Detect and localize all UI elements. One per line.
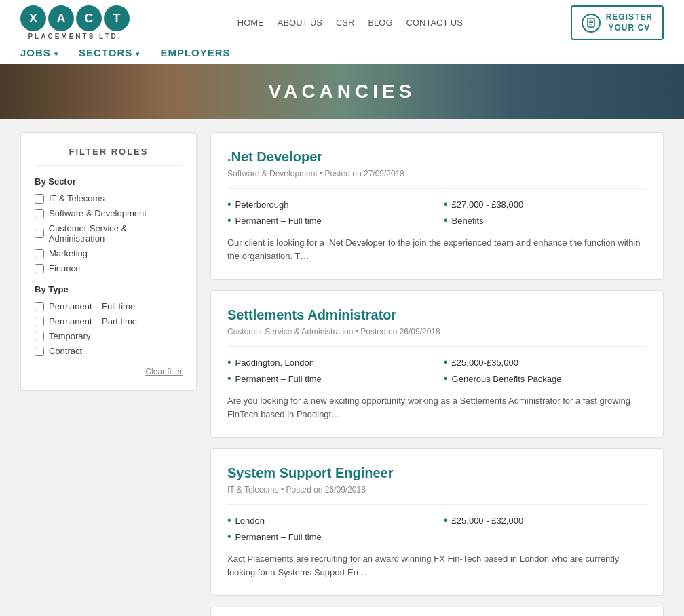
filter-software[interactable]: Software & Development	[35, 208, 183, 218]
job-meta-3: IT & Telecoms • Posted on 26/09/2018	[227, 485, 647, 505]
header-bottom-nav: JOBS ▾ SECTORS ▾ EMPLOYERS	[20, 43, 664, 64]
type-filter-group: By Type Permanent – Full time Permanent …	[35, 284, 183, 356]
hero-title: VACANCIES	[269, 81, 416, 102]
sector-label: By Sector	[35, 176, 183, 187]
logo-t: T	[104, 5, 130, 31]
filter-title: FILTER ROLES	[35, 147, 183, 166]
nav-contact[interactable]: CONTACT US	[406, 18, 463, 28]
job-card-4: Senior Systems Engineer (Linux) – Perman…	[210, 607, 664, 616]
job-meta-1: Software & Development • Posted on 27/09…	[227, 169, 647, 189]
nav-blog[interactable]: BLOG	[368, 18, 392, 28]
nav-home[interactable]: HOME	[238, 18, 264, 28]
sidebar: FILTER ROLES By Sector IT & Telecoms Sof…	[20, 132, 197, 391]
clear-filter-link[interactable]: Clear filter	[35, 367, 183, 377]
job-type-1: Permanent – Full time	[227, 214, 430, 227]
job-benefit-2: Generous Benefits Package	[444, 372, 647, 385]
job-desc-3: Xact Placements are recruiting for an aw…	[227, 552, 647, 579]
nav-sectors[interactable]: SECTORS ▾	[79, 47, 140, 58]
job-details-3: London £25,000 - £32,000 Permanent – Ful…	[227, 514, 647, 543]
checkbox-temporary[interactable]	[35, 332, 44, 341]
filter-marketing[interactable]: Marketing	[35, 248, 183, 258]
job-type-2: Permanent – Full time	[227, 372, 430, 385]
job-meta-2: Customer Service & Administration • Post…	[227, 327, 647, 347]
job-card-2: Settlements Administrator Customer Servi…	[210, 290, 664, 438]
label-it-telecoms[interactable]: IT & Telecoms	[49, 193, 104, 204]
filter-perm-part[interactable]: Permanent – Part time	[35, 316, 183, 326]
label-customer-service[interactable]: Customer Service & Administration	[49, 223, 183, 244]
job-title-2[interactable]: Settlements Administrator	[227, 307, 647, 323]
label-perm-full[interactable]: Permanent – Full time	[49, 301, 135, 311]
job-location-2: Paddington, London	[227, 356, 430, 368]
filter-temporary[interactable]: Temporary	[35, 331, 183, 341]
label-contract[interactable]: Contract	[49, 346, 82, 356]
checkbox-finance[interactable]	[35, 264, 44, 273]
job-card-3: System Support Engineer IT & Telecoms • …	[210, 448, 664, 596]
header-top: X A C T PLACEMENTS LTD. HOME ABOUT US CS…	[20, 0, 664, 43]
label-marketing[interactable]: Marketing	[49, 248, 88, 258]
logo-a: A	[48, 5, 74, 31]
job-desc-2: Are you looking for a new exciting oppor…	[227, 394, 647, 421]
job-type-3: Permanent – Full time	[227, 531, 430, 543]
filter-perm-full[interactable]: Permanent – Full time	[35, 301, 183, 311]
checkbox-software[interactable]	[35, 209, 44, 218]
main-content: FILTER ROLES By Sector IT & Telecoms Sof…	[0, 119, 684, 616]
checkbox-perm-full[interactable]	[35, 302, 44, 311]
nav-employers[interactable]: EMPLOYERS	[160, 47, 230, 58]
label-finance[interactable]: Finance	[49, 263, 80, 273]
job-details-2: Paddington, London £25,000-£35,000 Perma…	[227, 356, 647, 385]
filter-contract[interactable]: Contract	[35, 346, 183, 356]
checkbox-perm-part[interactable]	[35, 317, 44, 326]
filter-it-telecoms[interactable]: IT & Telecoms	[35, 193, 183, 204]
checkbox-customer-service[interactable]	[35, 229, 44, 238]
label-temporary[interactable]: Temporary	[49, 331, 90, 341]
logo[interactable]: X A C T PLACEMENTS LTD.	[20, 5, 130, 40]
job-location-1: Peterborough	[227, 198, 430, 210]
logo-c: C	[76, 5, 102, 31]
checkbox-it-telecoms[interactable]	[35, 194, 44, 204]
checkbox-contract[interactable]	[35, 347, 44, 356]
job-salary-3: £25,000 - £32,000	[444, 514, 647, 526]
job-title-1[interactable]: .Net Developer	[227, 149, 647, 165]
logo-x: X	[20, 5, 46, 31]
hero-banner: VACANCIES	[0, 64, 684, 119]
job-listings: .Net Developer Software & Development • …	[210, 132, 664, 616]
job-desc-1: Our client is looking for a .Net Develop…	[227, 236, 647, 263]
job-location-3: London	[227, 514, 430, 526]
jobs-arrow: ▾	[54, 50, 58, 58]
cv-icon	[582, 14, 601, 33]
top-nav: HOME ABOUT US CSR BLOG CONTACT US	[238, 18, 463, 28]
job-card-1: .Net Developer Software & Development • …	[210, 132, 664, 280]
nav-jobs[interactable]: JOBS ▾	[20, 47, 58, 58]
header: X A C T PLACEMENTS LTD. HOME ABOUT US CS…	[0, 0, 684, 64]
register-label: REGISTERYOUR CV	[606, 12, 653, 33]
logo-tagline: PLACEMENTS LTD.	[28, 33, 121, 40]
type-label: By Type	[35, 284, 183, 294]
filter-finance[interactable]: Finance	[35, 263, 183, 273]
filter-customer-service[interactable]: Customer Service & Administration	[35, 223, 183, 244]
checkbox-marketing[interactable]	[35, 249, 44, 258]
nav-csr[interactable]: CSR	[336, 18, 354, 28]
logo-circles: X A C T	[20, 5, 130, 31]
label-software[interactable]: Software & Development	[49, 208, 147, 218]
nav-about[interactable]: ABOUT US	[278, 18, 322, 28]
sectors-arrow: ▾	[136, 50, 140, 58]
job-benefit-1: Benefits	[444, 214, 647, 227]
job-title-3[interactable]: System Support Engineer	[227, 465, 647, 481]
job-details-1: Peterborough £27,000 - £38,000 Permanent…	[227, 198, 647, 227]
label-perm-part[interactable]: Permanent – Part time	[49, 316, 137, 326]
register-cv-button[interactable]: REGISTERYOUR CV	[571, 5, 664, 40]
sector-filter-group: By Sector IT & Telecoms Software & Devel…	[35, 176, 183, 273]
job-salary-1: £27,000 - £38,000	[444, 198, 647, 210]
job-salary-2: £25,000-£35,000	[444, 356, 647, 368]
